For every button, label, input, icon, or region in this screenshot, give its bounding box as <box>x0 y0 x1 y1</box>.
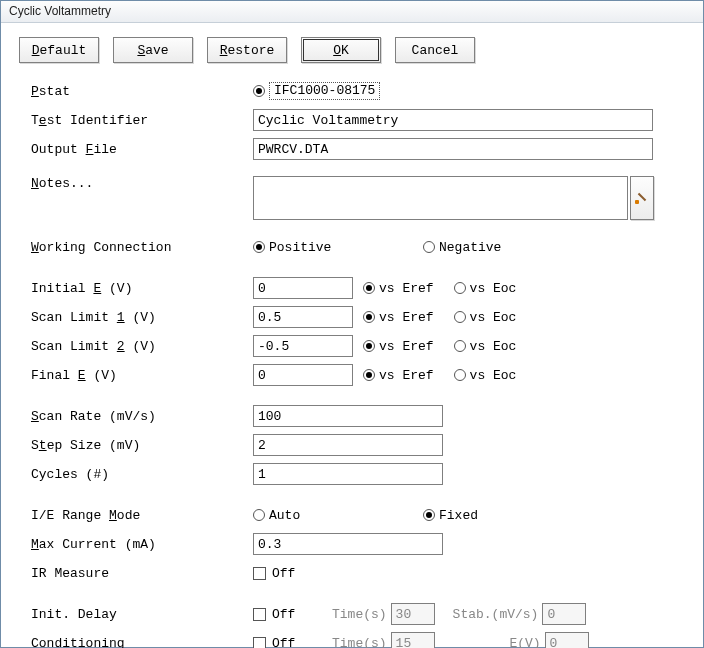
scan-limit-2-input[interactable] <box>253 335 353 357</box>
dialog-content: Default Save Restore OK Cancel Pstat IFC… <box>1 23 703 648</box>
cycles-row: Cycles (#) <box>15 460 689 488</box>
ir-measure-off: Off <box>272 566 295 581</box>
init-delay-label: Init. Delay <box>15 607 253 622</box>
radio-icon <box>454 369 466 381</box>
output-file-label: Output File <box>15 142 253 157</box>
output-file-row: Output File <box>15 135 689 163</box>
save-button[interactable]: Save <box>113 37 193 63</box>
notes-label: Notes... <box>15 176 253 191</box>
cycles-input[interactable] <box>253 463 443 485</box>
max-current-label: Max Current (mA) <box>15 537 253 552</box>
radio-icon <box>454 311 466 323</box>
notes-edit-button[interactable] <box>630 176 654 220</box>
conditioning-label: Conditioning <box>15 636 253 649</box>
working-connection-label: Working Connection <box>15 240 253 255</box>
initial-e-label: Initial E (V) <box>15 281 253 296</box>
brush-icon <box>636 192 648 204</box>
button-row: Default Save Restore OK Cancel <box>15 37 689 63</box>
conditioning-checkbox[interactable] <box>253 637 266 649</box>
scan-limit-1-label: Scan Limit 1 (V) <box>15 310 253 325</box>
ir-measure-label: IR Measure <box>15 566 253 581</box>
radio-icon <box>423 509 435 521</box>
default-button[interactable]: Default <box>19 37 99 63</box>
radio-icon <box>253 241 265 253</box>
init-delay-row: Init. Delay Off Time(s) Stab.(mV/s) <box>15 600 689 628</box>
ie-fixed-radio[interactable]: Fixed <box>423 508 478 523</box>
positive-label: Positive <box>269 240 331 255</box>
scan-limit-1-vs-eoc-radio[interactable]: vs Eoc <box>454 310 517 325</box>
scan-rate-label: Scan Rate (mV/s) <box>15 409 253 424</box>
conditioning-row: Conditioning Off Time(s) E(V) <box>15 629 689 648</box>
scan-rate-input[interactable] <box>253 405 443 427</box>
max-current-row: Max Current (mA) <box>15 530 689 558</box>
pstat-id: IFC1000-08175 <box>269 82 380 100</box>
negative-label: Negative <box>439 240 501 255</box>
radio-icon <box>363 340 375 352</box>
titlebar: Cyclic Voltammetry <box>1 1 703 23</box>
radio-icon <box>363 311 375 323</box>
test-identifier-row: Test Identifier <box>15 106 689 134</box>
scan-limit-1-vs-eref-radio[interactable]: vs Eref <box>363 310 434 325</box>
cycles-label: Cycles (#) <box>15 467 253 482</box>
ir-measure-checkbox[interactable] <box>253 567 266 580</box>
radio-icon <box>363 282 375 294</box>
ie-range-mode-row: I/E Range Mode Auto Fixed <box>15 501 689 529</box>
init-delay-stab-input[interactable] <box>542 603 586 625</box>
test-identifier-label: Test Identifier <box>15 113 253 128</box>
final-e-vs-eoc-radio[interactable]: vs Eoc <box>454 368 517 383</box>
test-identifier-input[interactable] <box>253 109 653 131</box>
final-e-input[interactable] <box>253 364 353 386</box>
pstat-radio[interactable]: IFC1000-08175 <box>253 82 380 100</box>
init-delay-time-label: Time(s) <box>332 607 387 622</box>
initial-e-vs-eoc-radio[interactable]: vs Eoc <box>454 281 517 296</box>
conditioning-time-input[interactable] <box>391 632 435 648</box>
conditioning-off: Off <box>272 636 332 649</box>
init-delay-checkbox[interactable] <box>253 608 266 621</box>
working-connection-row: Working Connection Positive Negative <box>15 233 689 261</box>
initial-e-vs-eref-radio[interactable]: vs Eref <box>363 281 434 296</box>
cancel-button[interactable]: Cancel <box>395 37 475 63</box>
conditioning-e-input[interactable] <box>545 632 589 648</box>
ie-range-mode-label: I/E Range Mode <box>15 508 253 523</box>
notes-textarea[interactable] <box>253 176 628 220</box>
scan-limit-2-vs-eoc-radio[interactable]: vs Eoc <box>454 339 517 354</box>
pstat-row: Pstat IFC1000-08175 <box>15 77 689 105</box>
final-e-vs-eref-radio[interactable]: vs Eref <box>363 368 434 383</box>
dialog-window: Cyclic Voltammetry Default Save Restore … <box>0 0 704 648</box>
ir-measure-row: IR Measure Off <box>15 559 689 587</box>
output-file-input[interactable] <box>253 138 653 160</box>
ie-auto-radio[interactable]: Auto <box>253 508 403 523</box>
max-current-input[interactable] <box>253 533 443 555</box>
radio-icon <box>454 282 466 294</box>
radio-icon <box>363 369 375 381</box>
radio-icon <box>454 340 466 352</box>
scan-limit-2-label: Scan Limit 2 (V) <box>15 339 253 354</box>
initial-e-row: Initial E (V) vs Eref vs Eoc <box>15 274 689 302</box>
initial-e-input[interactable] <box>253 277 353 299</box>
scan-rate-row: Scan Rate (mV/s) <box>15 402 689 430</box>
window-title: Cyclic Voltammetry <box>9 4 111 18</box>
init-delay-off: Off <box>272 607 332 622</box>
working-negative-radio[interactable]: Negative <box>423 240 501 255</box>
scan-limit-1-row: Scan Limit 1 (V) vs Eref vs Eoc <box>15 303 689 331</box>
notes-row: Notes... <box>15 176 689 220</box>
ok-button[interactable]: OK <box>301 37 381 63</box>
radio-icon <box>253 85 265 97</box>
conditioning-e-label: E(V) <box>453 636 541 649</box>
pstat-label: Pstat <box>15 84 253 99</box>
step-size-row: Step Size (mV) <box>15 431 689 459</box>
conditioning-time-label: Time(s) <box>332 636 387 649</box>
scan-limit-2-vs-eref-radio[interactable]: vs Eref <box>363 339 434 354</box>
final-e-row: Final E (V) vs Eref vs Eoc <box>15 361 689 389</box>
radio-icon <box>253 509 265 521</box>
init-delay-time-input[interactable] <box>391 603 435 625</box>
scan-limit-1-input[interactable] <box>253 306 353 328</box>
working-positive-radio[interactable]: Positive <box>253 240 403 255</box>
step-size-input[interactable] <box>253 434 443 456</box>
step-size-label: Step Size (mV) <box>15 438 253 453</box>
radio-icon <box>423 241 435 253</box>
restore-button[interactable]: Restore <box>207 37 287 63</box>
final-e-label: Final E (V) <box>15 368 253 383</box>
init-delay-stab-label: Stab.(mV/s) <box>453 607 539 622</box>
scan-limit-2-row: Scan Limit 2 (V) vs Eref vs Eoc <box>15 332 689 360</box>
